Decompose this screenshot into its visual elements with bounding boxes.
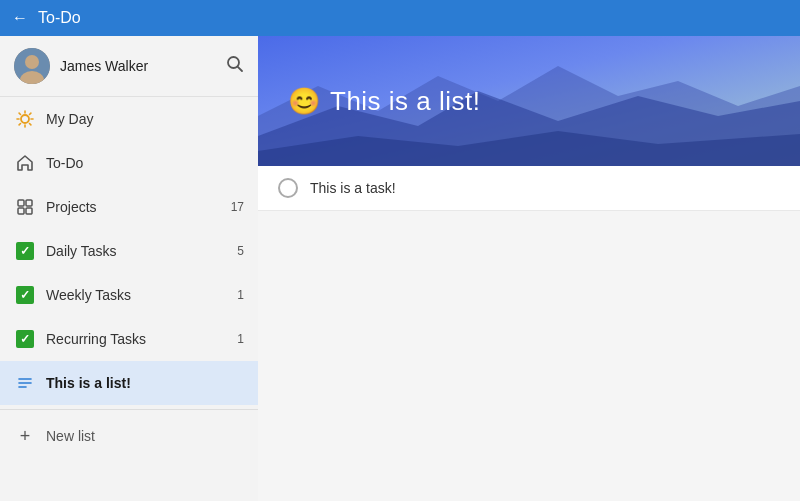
sidebar-divider — [0, 409, 258, 410]
sidebar: James Walker — [0, 36, 258, 501]
task-text: This is a task! — [310, 180, 396, 196]
new-list-button[interactable]: + New list — [0, 414, 258, 458]
sidebar-item-projects[interactable]: Projects 17 — [0, 185, 258, 229]
back-button[interactable]: ← — [12, 9, 28, 27]
daily-tasks-icon — [14, 240, 36, 262]
sidebar-item-my-day-label: My Day — [46, 111, 244, 127]
main-container: James Walker — [0, 36, 800, 501]
sidebar-item-to-do-label: To-Do — [46, 155, 244, 171]
sidebar-item-projects-count: 17 — [231, 200, 244, 214]
content-area: 😊 This is a list! This is a task! — [258, 36, 800, 501]
app-title: To-Do — [38, 9, 81, 27]
recurring-tasks-icon — [14, 328, 36, 350]
home-icon — [14, 152, 36, 174]
svg-point-5 — [21, 115, 29, 123]
user-header: James Walker — [0, 36, 258, 97]
sidebar-item-my-day[interactable]: My Day — [0, 97, 258, 141]
sidebar-item-weekly-tasks[interactable]: Weekly Tasks 1 — [0, 273, 258, 317]
avatar — [14, 48, 50, 84]
svg-line-12 — [30, 113, 31, 114]
sun-icon — [14, 108, 36, 130]
sidebar-item-recurring-tasks-label: Recurring Tasks — [46, 331, 237, 347]
username: James Walker — [60, 58, 226, 74]
sidebar-item-weekly-tasks-count: 1 — [237, 288, 244, 302]
svg-rect-14 — [18, 200, 24, 206]
list-header-title: This is a list! — [330, 86, 481, 117]
svg-line-13 — [19, 124, 20, 125]
search-button[interactable] — [226, 55, 244, 78]
new-list-label: New list — [46, 428, 95, 444]
sidebar-item-daily-tasks-count: 5 — [237, 244, 244, 258]
sidebar-item-projects-label: Projects — [46, 199, 231, 215]
grid-icon — [14, 196, 36, 218]
sidebar-item-daily-tasks-label: Daily Tasks — [46, 243, 237, 259]
svg-line-11 — [30, 124, 31, 125]
sidebar-item-this-is-a-list-label: This is a list! — [46, 375, 244, 391]
titlebar: ← To-Do — [0, 0, 800, 36]
sidebar-item-recurring-tasks[interactable]: Recurring Tasks 1 — [0, 317, 258, 361]
list-icon — [14, 372, 36, 394]
svg-point-1 — [25, 55, 39, 69]
sidebar-item-recurring-tasks-count: 1 — [237, 332, 244, 346]
sidebar-item-this-is-a-list[interactable]: This is a list! — [0, 361, 258, 405]
task-item[interactable]: This is a task! — [258, 166, 800, 211]
list-header: 😊 This is a list! — [258, 36, 800, 166]
tasks-area: This is a task! — [258, 166, 800, 501]
sidebar-item-to-do[interactable]: To-Do — [0, 141, 258, 185]
svg-rect-15 — [26, 200, 32, 206]
weekly-tasks-icon — [14, 284, 36, 306]
svg-rect-17 — [26, 208, 32, 214]
list-header-icon: 😊 — [288, 86, 320, 117]
svg-line-10 — [19, 113, 20, 114]
sidebar-item-daily-tasks[interactable]: Daily Tasks 5 — [0, 229, 258, 273]
svg-line-4 — [238, 66, 242, 70]
task-complete-circle[interactable] — [278, 178, 298, 198]
sidebar-item-weekly-tasks-label: Weekly Tasks — [46, 287, 237, 303]
plus-icon: + — [14, 425, 36, 447]
svg-rect-16 — [18, 208, 24, 214]
